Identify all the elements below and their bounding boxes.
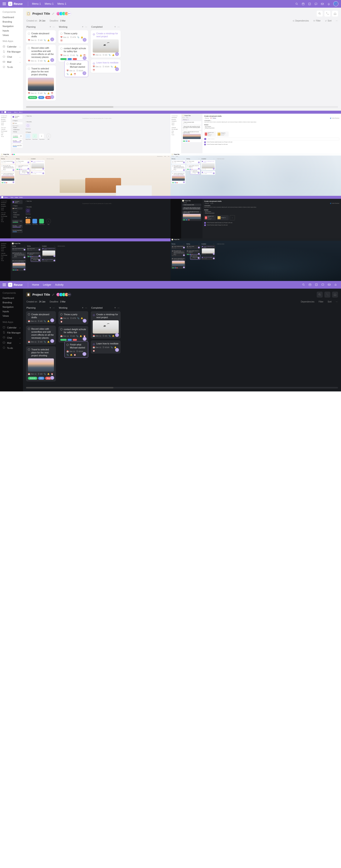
- status-radio[interactable]: [60, 328, 62, 330]
- assignee-avatar[interactable]: [50, 58, 54, 62]
- checkbox-icon[interactable]: [307, 1, 312, 7]
- add-card-button[interactable]: +: [113, 25, 117, 29]
- chat-icon[interactable]: [313, 1, 319, 7]
- status-radio[interactable]: [60, 48, 62, 50]
- sidebar-item-calendar[interactable]: Calendar⌄: [3, 325, 23, 330]
- sidebar-item-navigation[interactable]: Navigation: [3, 24, 23, 28]
- add-card-button[interactable]: +: [113, 306, 117, 309]
- sidebar-item-mail[interactable]: Mail⌄: [3, 59, 23, 64]
- add-card-button[interactable]: +: [81, 25, 84, 29]
- avatar-stack[interactable]: A+: [57, 293, 71, 297]
- assignee-avatar[interactable]: [115, 67, 119, 71]
- sidebar-item-navigation[interactable]: Navigation: [3, 305, 23, 309]
- home-button[interactable]: [332, 291, 338, 298]
- assignee-avatar[interactable]: [115, 333, 119, 337]
- kanban-card[interactable]: Create storyboard drafts 📅 Dec 11 ☰ 0/2 …: [26, 30, 56, 43]
- status-radio[interactable]: [28, 348, 30, 350]
- kanban-card[interactable]: Finish what Michael started 📅 Dec 11 ☰ 0…: [64, 60, 88, 77]
- sidebar-item-dashboard[interactable]: Dashboard: [3, 15, 23, 19]
- more-button[interactable]: ···: [336, 20, 338, 22]
- kanban-card[interactable]: Create a mindmap for next project 📅 Dec …: [91, 30, 121, 58]
- calendar-icon[interactable]: [307, 282, 313, 288]
- hamburger-icon[interactable]: [3, 283, 6, 286]
- column-menu-button[interactable]: ···: [84, 306, 88, 309]
- sidebar-item-chat[interactable]: Chat⌄: [3, 335, 23, 340]
- calendar-icon[interactable]: [300, 1, 306, 7]
- column-menu-button[interactable]: ···: [52, 25, 55, 29]
- avatar-add[interactable]: A+: [67, 12, 71, 16]
- search-icon[interactable]: [294, 1, 300, 7]
- topmenu-item[interactable]: Home: [32, 283, 39, 286]
- kanban-card[interactable]: Learn how to meditate 📅 Dec 11 ☰ 0/100 📎…: [91, 340, 121, 353]
- assignee-avatar[interactable]: [83, 337, 87, 341]
- sidebar-item-branding[interactable]: Branding: [3, 300, 23, 305]
- assignee-avatar[interactable]: [83, 56, 87, 60]
- kanban-card[interactable]: Record video with screenflow and add zoo…: [26, 326, 56, 345]
- status-radio[interactable]: [28, 68, 30, 70]
- horizontal-scrollbar[interactable]: [26, 387, 338, 389]
- kanban-card[interactable]: Throw a party 📅 Dec 11 ☰ 0/78 📎 🔔 ⏰: [58, 30, 88, 43]
- status-radio[interactable]: [66, 344, 68, 346]
- column-menu-button[interactable]: ···: [84, 25, 88, 29]
- search-button[interactable]: [317, 291, 323, 298]
- check-icon[interactable]: [93, 342, 95, 345]
- sidebar-item-inputs[interactable]: Inputs: [3, 309, 23, 314]
- search-button[interactable]: [317, 11, 323, 17]
- kanban-card[interactable]: Travel to selected place for the next pr…: [26, 346, 56, 382]
- dependencies-button[interactable]: Dependencies: [301, 301, 314, 303]
- sidebar-item-inputs[interactable]: Inputs: [3, 28, 23, 33]
- topmenu-item[interactable]: Ledger: [43, 283, 51, 286]
- status-radio[interactable]: [66, 63, 68, 65]
- expand-button[interactable]: [324, 291, 330, 298]
- mail-icon[interactable]: [326, 282, 332, 288]
- column-menu-button[interactable]: ···: [52, 306, 55, 309]
- sidebar-item-filemanager[interactable]: File Manager: [3, 49, 23, 54]
- assignee-avatar[interactable]: [115, 348, 119, 352]
- kanban-card[interactable]: Throw a party 📅 Dec 11 ☰ 0/78 📎 🔔 ⏰: [58, 311, 88, 324]
- check-icon[interactable]: [93, 62, 95, 64]
- chat-icon[interactable]: [320, 282, 326, 288]
- status-radio[interactable]: [28, 33, 30, 35]
- assignee-avatar[interactable]: [83, 71, 86, 75]
- column-menu-button[interactable]: ···: [117, 306, 120, 309]
- assignee-avatar[interactable]: [83, 319, 87, 323]
- edit-icon[interactable]: [52, 12, 55, 15]
- status-radio[interactable]: [28, 328, 30, 330]
- add-card-button[interactable]: +: [49, 25, 52, 29]
- user-avatar[interactable]: [333, 1, 338, 6]
- assignee-avatar[interactable]: [50, 95, 54, 99]
- topmenu-item[interactable]: Menu 1: [57, 2, 66, 5]
- home-button[interactable]: [332, 11, 338, 17]
- add-card-button[interactable]: +: [81, 306, 84, 309]
- topmenu-item[interactable]: Menu 1: [45, 2, 54, 5]
- bell-icon[interactable]: [326, 1, 332, 7]
- kanban-card[interactable]: contact dwight schrute for saftey tips 📅…: [58, 326, 88, 342]
- status-radio[interactable]: [28, 47, 30, 49]
- sidebar-item-filemanager[interactable]: File Manager: [3, 330, 23, 335]
- kanban-card[interactable]: Create a mindmap for next project 📅 Dec …: [91, 311, 121, 339]
- filter-button[interactable]: Filter: [319, 301, 323, 303]
- add-card-button[interactable]: +: [49, 306, 52, 309]
- sidebar-item-dashboard[interactable]: Dashboard: [3, 296, 23, 300]
- sort-button[interactable]: Sort: [328, 301, 332, 303]
- assignee-avatar[interactable]: [50, 339, 54, 343]
- sidebar-item-branding[interactable]: Branding: [3, 19, 23, 24]
- expand-button[interactable]: [324, 11, 330, 17]
- status-radio[interactable]: [60, 313, 62, 315]
- check-icon[interactable]: [93, 33, 95, 35]
- sidebar-item-todo[interactable]: To-do: [3, 345, 23, 350]
- sidebar-item-todo[interactable]: To-do: [3, 64, 23, 70]
- status-radio[interactable]: [28, 313, 30, 315]
- assignee-avatar[interactable]: [50, 376, 54, 380]
- sidebar-item-chat[interactable]: Chat⌄: [3, 54, 23, 59]
- sidebar-item-calendar[interactable]: Calendar⌄: [3, 44, 23, 49]
- assignee-avatar[interactable]: [50, 318, 54, 322]
- kanban-card[interactable]: Record video with screenflow and add zoo…: [26, 45, 56, 64]
- hamburger-icon[interactable]: [3, 3, 6, 5]
- kanban-card[interactable]: Create storyboard drafts 📅 Dec 11 ☰ 0/2 …: [26, 311, 56, 324]
- more-button[interactable]: ···: [336, 301, 338, 303]
- kanban-card[interactable]: Learn how to meditate 📅 Dec 11 ☰ 0/100 📎…: [91, 59, 121, 72]
- sidebar-item-mail[interactable]: Mail⌄: [3, 340, 23, 345]
- kanban-card[interactable]: contact dwight schrute for saftey tips 📅…: [58, 45, 88, 62]
- dependencies-button[interactable]: Dependencies: [292, 20, 309, 22]
